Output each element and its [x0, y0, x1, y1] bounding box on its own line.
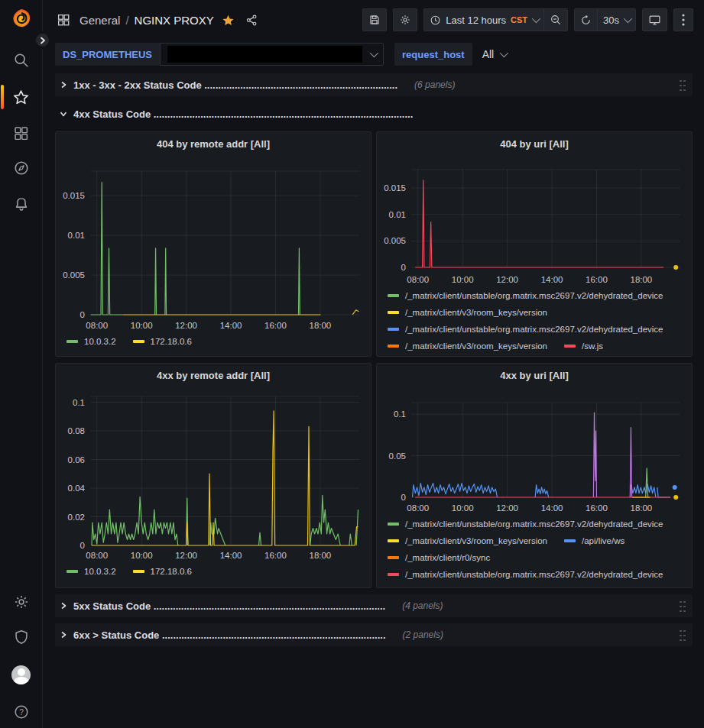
save-dashboard-button[interactable]	[362, 8, 387, 31]
datasource-select[interactable]	[160, 43, 384, 66]
legend-swatch-icon	[388, 328, 399, 331]
svg-text:08:00: 08:00	[86, 321, 108, 330]
time-range-picker[interactable]: Last 12 hours CST	[423, 8, 544, 31]
row-panel-count: (4 panels)	[402, 600, 443, 611]
chart-404-by-uri[interactable]: 08:0010:0012:0014:0016:0018:0000.0050.01…	[379, 154, 688, 286]
chart-404-by-remote-addr[interactable]: 08:0010:0012:0014:0016:0018:0000.0050.01…	[58, 154, 367, 332]
legend-label: /_matrix/client/unstable/org.matrix.msc2…	[405, 325, 663, 334]
panel-title[interactable]: 4xx by uri [All]	[377, 367, 692, 386]
legend-swatch-icon	[388, 573, 399, 576]
legend-item[interactable]: /_matrix/client/v3/room_keys/version	[388, 308, 547, 317]
dashboard-breadcrumb-icon[interactable]	[57, 13, 70, 27]
refresh-button[interactable]	[574, 8, 598, 31]
svg-text:16:00: 16:00	[586, 503, 608, 513]
legend-label: /_matrix/client/unstable/org.matrix.msc2…	[405, 291, 663, 300]
time-range-label: Last 12 hours	[446, 15, 506, 26]
legend-swatch-icon	[388, 523, 399, 526]
legend-item[interactable]: 10.0.3.2	[67, 337, 116, 346]
legend-item[interactable]: 10.0.3.2	[67, 567, 116, 576]
legend-item[interactable]: 172.18.0.6	[133, 567, 192, 576]
grafana-logo-icon[interactable]	[0, 8, 43, 31]
legend-label: 10.0.3.2	[84, 567, 116, 576]
chevron-down-icon	[532, 15, 540, 23]
row-drag-handle[interactable]	[679, 600, 686, 612]
panel-404-by-remote-addr: 404 by remote addr [All] 08:0010:0012:00…	[55, 131, 371, 357]
sidebar-item-dashboards[interactable]	[0, 124, 43, 142]
legend-item[interactable]: /_matrix/client/unstable/org.matrix.msc2…	[388, 325, 663, 334]
legend-swatch-icon	[67, 570, 78, 573]
svg-text:18:00: 18:00	[630, 503, 652, 513]
sidebar-item-explore[interactable]	[0, 159, 43, 177]
sidebar-item-starred[interactable]	[0, 88, 43, 106]
legend-item[interactable]: /api/live/ws	[564, 536, 625, 545]
row-header-1xx-3xx-2xx[interactable]: 1xx - 3xx - 2xx Status Code ............…	[55, 73, 693, 96]
svg-text:0.015: 0.015	[384, 183, 406, 193]
share-icon[interactable]	[245, 14, 258, 27]
row-title: 5xx Status Code ........................…	[73, 600, 385, 612]
row-drag-handle[interactable]	[679, 79, 686, 91]
refresh-interval-dropdown[interactable]: 30s	[598, 8, 636, 31]
svg-text:14:00: 14:00	[541, 275, 563, 284]
row-header-5xx[interactable]: 5xx Status Code ........................…	[55, 594, 693, 617]
sidebar-item-alerting[interactable]	[0, 195, 43, 213]
legend-item[interactable]: /_matrix/client/unstable/org.matrix.msc2…	[388, 570, 663, 579]
row-title: 1xx - 3xx - 2xx Status Code ............…	[73, 79, 397, 91]
sidebar-item-configuration[interactable]	[0, 593, 43, 611]
row-header-4xx[interactable]: 4xx Status Code ........................…	[55, 102, 693, 125]
sidebar-item-search[interactable]	[0, 51, 43, 70]
legend-item[interactable]: /sw.js	[564, 341, 603, 351]
legend-item[interactable]: /_matrix/client/v3/room_keys/version	[388, 341, 547, 351]
legend-row: /_matrix/client/unstable/org.matrix.msc2…	[388, 566, 684, 581]
svg-text:0.01: 0.01	[68, 231, 85, 240]
legend-item[interactable]: /_matrix/client/unstable/org.matrix.msc2…	[388, 519, 663, 529]
row-drag-handle[interactable]	[679, 629, 686, 641]
datasource-value-redacted	[167, 46, 362, 63]
panel-legend: /_matrix/client/unstable/org.matrix.msc2…	[377, 286, 692, 353]
panel-title[interactable]: 404 by remote addr [All]	[56, 136, 371, 154]
request-host-select[interactable]: All	[475, 43, 514, 66]
page-title[interactable]: NGINX PROXY	[135, 14, 214, 27]
dashboard-body: 1xx - 3xx - 2xx Status Code ............…	[43, 73, 704, 646]
row-title: 6xx > Status Code ......................…	[73, 629, 386, 641]
chart-4xx-by-remote-addr[interactable]: 08:0010:0012:0014:0016:0018:0000.020.040…	[58, 386, 367, 561]
svg-text:0.005: 0.005	[63, 270, 85, 280]
legend-item[interactable]: /_matrix/client/v3/room_keys/version	[388, 536, 547, 545]
sidebar-expand-button[interactable]	[34, 31, 51, 49]
kebab-menu-icon	[682, 14, 685, 26]
legend-label: /_matrix/client/unstable/org.matrix.msc2…	[405, 570, 663, 579]
legend-item[interactable]: /_matrix/client/unstable/org.matrix.msc2…	[388, 291, 663, 300]
svg-text:08:00: 08:00	[407, 275, 429, 284]
svg-text:10:00: 10:00	[452, 275, 474, 284]
row-panel-count: (6 panels)	[414, 79, 455, 90]
svg-text:0.015: 0.015	[63, 191, 85, 200]
refresh-interval-label: 30s	[603, 15, 619, 26]
more-options-button[interactable]	[673, 8, 693, 31]
star-icon	[12, 89, 30, 106]
favorite-star-icon[interactable]	[222, 14, 235, 27]
svg-text:14:00: 14:00	[220, 551, 242, 560]
panel-title[interactable]: 4xx by remote addr [All]	[56, 367, 371, 386]
chevron-down-icon	[60, 110, 67, 118]
shield-icon	[13, 629, 30, 645]
chevron-right-icon	[60, 81, 67, 89]
svg-text:0.1: 0.1	[394, 409, 406, 419]
legend-label: /_matrix/client/v3/room_keys/version	[405, 536, 547, 545]
svg-text:0.005: 0.005	[384, 236, 406, 245]
legend-item[interactable]: 172.18.0.6	[133, 337, 192, 346]
chart-4xx-by-uri[interactable]: 08:0010:0012:0014:0016:0018:0000.050.1	[379, 386, 688, 514]
sidebar-item-help[interactable]: ?	[0, 703, 43, 721]
legend-swatch-icon	[388, 539, 399, 542]
save-icon	[368, 14, 381, 26]
clock-icon	[430, 15, 441, 26]
sidebar-item-profile[interactable]	[0, 665, 43, 684]
panel-grid: 404 by remote addr [All] 08:0010:0012:00…	[55, 131, 693, 588]
zoom-out-time-button[interactable]	[544, 8, 568, 31]
breadcrumb-folder[interactable]: General	[79, 14, 120, 27]
dashboard-settings-button[interactable]	[393, 8, 417, 31]
row-header-6xx[interactable]: 6xx > Status Code ......................…	[55, 623, 693, 646]
sidebar-item-server-admin[interactable]	[0, 628, 43, 646]
cycle-view-mode-button[interactable]	[642, 8, 667, 31]
legend-swatch-icon	[388, 345, 399, 348]
panel-title[interactable]: 404 by uri [All]	[377, 136, 692, 154]
legend-item[interactable]: /_matrix/client/r0/sync	[388, 553, 490, 562]
